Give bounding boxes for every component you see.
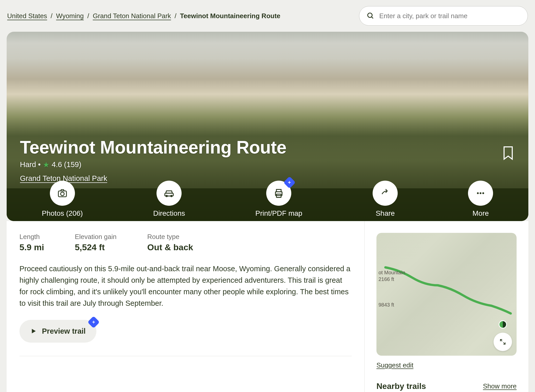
breadcrumb-link-country[interactable]: United States <box>7 12 47 20</box>
meta-separator: • <box>38 160 41 169</box>
divider <box>19 356 352 356</box>
stat-elevation-value: 5,524 ft <box>75 242 116 252</box>
svg-point-10 <box>480 192 482 194</box>
map-label: 9843 ft <box>378 302 394 308</box>
stat-length-value: 5.9 mi <box>19 242 44 252</box>
expand-icon <box>499 338 506 345</box>
trail-description: Proceed cautiously on this 5.9-mile out-… <box>19 263 352 309</box>
svg-point-0 <box>368 13 372 18</box>
breadcrumb: United States / Wyoming / Grand Teton Na… <box>7 12 354 20</box>
breadcrumb-sep: / <box>87 12 89 20</box>
star-icon: ★ <box>43 160 50 169</box>
svg-point-11 <box>482 192 484 194</box>
camera-icon <box>57 188 68 199</box>
rating-value: 4.6 <box>52 160 62 169</box>
car-icon <box>163 188 175 199</box>
trail-title: Teewinot Mountaineering Route <box>20 137 286 158</box>
stat-route-value: Out & back <box>147 242 193 252</box>
stat-length-label: Length <box>19 233 44 241</box>
expand-map-button[interactable] <box>494 333 512 351</box>
svg-line-1 <box>372 17 373 18</box>
hero: Teewinot Mountaineering Route Hard • ★ 4… <box>7 32 528 221</box>
search-input-wrap <box>359 6 528 26</box>
main-content: Length 5.9 mi Elevation gain 5,524 ft Ro… <box>7 221 365 392</box>
svg-point-3 <box>61 192 64 196</box>
difficulty-label: Hard <box>20 160 36 169</box>
mini-map[interactable]: ot Mountain2166 ft 9843 ft <box>376 233 517 356</box>
svg-point-9 <box>477 192 479 194</box>
breadcrumb-current: Teewinot Mountaineering Route <box>180 12 280 20</box>
stats-row: Length 5.9 mi Elevation gain 5,524 ft Ro… <box>19 233 352 252</box>
stat-length: Length 5.9 mi <box>19 233 44 252</box>
play-icon <box>30 328 37 334</box>
search-input[interactable] <box>359 6 528 26</box>
breadcrumb-link-park[interactable]: Grand Teton National Park <box>93 12 171 20</box>
more-button[interactable]: More <box>468 193 493 217</box>
more-label: More <box>473 209 489 217</box>
breadcrumb-link-state[interactable]: Wyoming <box>56 12 84 20</box>
search-icon <box>367 12 374 20</box>
bookmark-button[interactable] <box>502 146 515 161</box>
directions-label: Directions <box>153 209 185 217</box>
map-label: ot Mountain2166 ft <box>378 269 405 282</box>
photos-label: Photos (206) <box>42 209 83 217</box>
preview-trail-label: Preview trail <box>42 327 86 335</box>
stat-elevation: Elevation gain 5,524 ft <box>75 233 116 252</box>
share-icon <box>380 188 391 199</box>
breadcrumb-sep: / <box>51 12 52 20</box>
print-button[interactable]: Print/PDF map <box>255 193 303 217</box>
printer-icon <box>273 188 284 199</box>
print-label: Print/PDF map <box>255 209 303 217</box>
stat-elevation-label: Elevation gain <box>75 233 116 241</box>
suggest-edit-link[interactable]: Suggest edit <box>376 361 414 369</box>
photos-button[interactable]: Photos (206) <box>42 193 83 217</box>
stat-route: Route type Out & back <box>147 233 193 252</box>
nearby-trails-title: Nearby trails <box>376 382 426 391</box>
review-count: (159) <box>64 160 81 169</box>
breadcrumb-sep: / <box>175 12 176 20</box>
share-label: Share <box>376 209 395 217</box>
show-more-link[interactable]: Show more <box>483 382 517 390</box>
trail-endpoint-marker <box>499 320 507 329</box>
dots-icon <box>475 188 486 199</box>
hero-meta: Hard • ★ 4.6 (159) <box>20 160 286 169</box>
plus-badge-icon <box>87 316 100 328</box>
directions-button[interactable]: Directions <box>153 193 185 217</box>
preview-trail-button[interactable]: Preview trail <box>19 320 96 343</box>
hero-content: Teewinot Mountaineering Route Hard • ★ 4… <box>20 137 286 183</box>
sidebar: ot Mountain2166 ft 9843 ft Suggest edit … <box>365 221 528 392</box>
share-button[interactable]: Share <box>373 193 398 217</box>
action-bar: Photos (206) Directions Print/PDF map Sh… <box>7 188 528 221</box>
stat-route-label: Route type <box>147 233 193 241</box>
